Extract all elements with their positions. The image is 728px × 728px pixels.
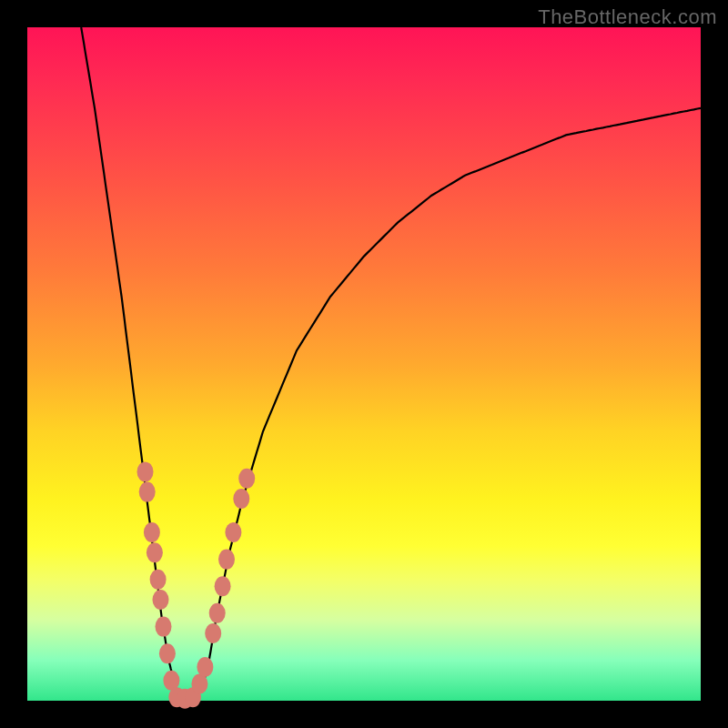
marker-dot: [150, 570, 167, 590]
marker-dot: [137, 461, 154, 481]
marker-dot: [205, 623, 221, 643]
marker-dot: [209, 603, 226, 623]
marker-dot: [139, 482, 156, 502]
marker-dot: [156, 617, 172, 637]
marker-dot: [144, 522, 160, 542]
marker-dot: [225, 522, 241, 542]
marker-dot: [159, 643, 176, 663]
marker-cluster: [137, 461, 256, 708]
bottleneck-chart: [27, 27, 701, 701]
bottleneck-curve: [81, 27, 701, 701]
marker-dot: [238, 469, 255, 489]
marker-dot: [153, 590, 169, 610]
marker-dot: [218, 550, 235, 570]
marker-dot: [215, 576, 231, 596]
marker-dot: [197, 657, 213, 677]
watermark-text: TheBottleneck.com: [538, 5, 717, 29]
marker-dot: [147, 542, 163, 562]
marker-dot: [233, 489, 249, 509]
